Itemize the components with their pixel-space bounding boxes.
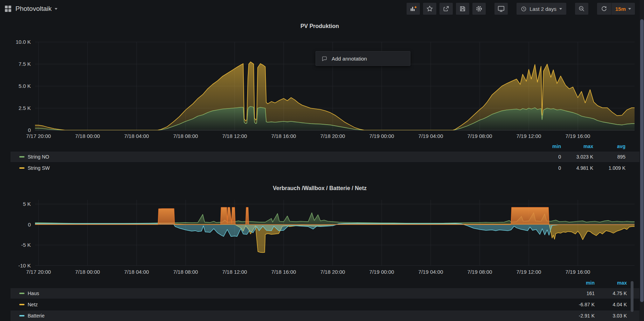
legend-row-batterie[interactable]: Batterie-2.91 K3.03 K <box>11 310 639 321</box>
legend-row-netz[interactable]: Netz-6.87 K4.04 K <box>11 299 639 310</box>
svg-text:-10 K: -10 K <box>18 263 31 268</box>
series-color-swatch[interactable] <box>19 293 25 294</box>
monitor-icon <box>497 5 505 13</box>
share-icon <box>443 5 450 12</box>
share-button[interactable] <box>439 3 453 15</box>
series-label: String NO <box>28 154 49 160</box>
svg-text:7/18 20:00: 7/18 20:00 <box>320 133 345 139</box>
legend-stat-value: 3.023 K <box>561 154 593 160</box>
panel-verbrauch: Verbrauch /Wallbox / Batterie / Netz 7/1… <box>0 177 644 278</box>
gear-icon <box>475 5 483 13</box>
svg-text:7/18 08:00: 7/18 08:00 <box>173 133 198 139</box>
svg-text:7/18 00:00: 7/18 00:00 <box>75 133 100 139</box>
legend-stat-value: 4.75 K <box>595 291 627 296</box>
legend-header: minmax <box>11 278 639 287</box>
star-button[interactable] <box>423 3 436 15</box>
clock-icon <box>521 6 527 12</box>
add-panel-icon <box>409 5 417 13</box>
legend-stat-value: 895 <box>593 154 625 160</box>
legend-row-string-no[interactable]: String NO03.023 K895 <box>11 152 639 162</box>
series-color-swatch[interactable] <box>19 156 25 158</box>
legend-stat-value: -6.87 K <box>562 302 595 307</box>
legend-stat-value: 4.04 K <box>595 302 627 307</box>
legend-column-max[interactable]: max <box>561 144 593 149</box>
legend-row-haus[interactable]: Haus1614.75 K <box>11 288 639 299</box>
svg-text:7/19 00:00: 7/19 00:00 <box>369 133 394 139</box>
series-color-swatch[interactable] <box>19 315 25 316</box>
svg-text:7/19 00:00: 7/19 00:00 <box>369 269 394 275</box>
svg-text:7/17 20:00: 7/17 20:00 <box>26 133 51 139</box>
add-annotation-menu-item[interactable]: Add annotation <box>316 51 410 66</box>
refresh-interval-dropdown[interactable]: 15m <box>611 3 635 15</box>
svg-text:7/18 16:00: 7/18 16:00 <box>271 133 296 139</box>
svg-text:2.5 K: 2.5 K <box>19 105 31 111</box>
svg-text:7/19 08:00: 7/19 08:00 <box>468 133 492 139</box>
legend-stat-value: 0 <box>529 154 561 160</box>
svg-text:7/19 08:00: 7/19 08:00 <box>468 269 492 275</box>
svg-text:5 K: 5 K <box>23 201 31 207</box>
series-label: Netz <box>28 302 38 307</box>
svg-text:7/18 04:00: 7/18 04:00 <box>124 133 149 139</box>
series-label: Haus <box>28 291 39 296</box>
dashboard-title: Photovoltaik <box>15 5 52 13</box>
star-icon <box>426 5 433 12</box>
svg-text:7/19 12:00: 7/19 12:00 <box>517 269 541 275</box>
verbrauch-chart[interactable]: 7/17 20:007/18 00:007/18 04:007/18 08:00… <box>0 177 644 278</box>
refresh-button[interactable] <box>597 3 611 15</box>
svg-text:10.0 K: 10.0 K <box>16 39 31 45</box>
pv-produktion-legend: minmaxavg String NO03.023 K895String SW0… <box>0 142 644 173</box>
svg-text:7/19 16:00: 7/19 16:00 <box>566 269 590 275</box>
svg-text:7/18 16:00: 7/18 16:00 <box>271 269 296 275</box>
chevron-down-icon <box>628 8 631 11</box>
dashboard-page: Photovoltaik <box>0 0 644 321</box>
legend-stat-value: 3.03 K <box>595 313 627 319</box>
svg-text:0: 0 <box>28 222 31 228</box>
add-panel-button[interactable] <box>407 3 420 15</box>
legend-column-avg[interactable]: avg <box>593 144 625 149</box>
svg-text:7/18 00:00: 7/18 00:00 <box>75 269 100 275</box>
pv-produktion-chart[interactable]: 7/17 20:007/18 00:007/18 04:007/18 08:00… <box>0 18 644 142</box>
page-scrollbar-thumb[interactable] <box>640 19 644 302</box>
add-annotation-label: Add annotation <box>332 56 367 62</box>
time-range-picker[interactable]: Last 2 days <box>517 3 566 15</box>
legend-stat-value: 4.981 K <box>561 165 593 171</box>
svg-text:7.5 K: 7.5 K <box>19 61 31 67</box>
panel-pv-produktion: PV Produktion 7/17 20:007/18 00:007/18 0… <box>0 18 644 142</box>
legend-column-min[interactable]: min <box>529 144 561 149</box>
legend-column-max[interactable]: max <box>595 280 627 286</box>
settings-button[interactable] <box>472 3 486 15</box>
top-navbar: Photovoltaik <box>0 0 640 18</box>
svg-text:7/19 12:00: 7/19 12:00 <box>517 133 541 139</box>
legend-stat-value: 0 <box>529 165 561 171</box>
refresh-group: 15m <box>597 3 635 15</box>
svg-text:-5 K: -5 K <box>21 242 31 248</box>
save-button[interactable] <box>456 3 469 15</box>
verbrauch-legend: minmax Haus1614.75 KNetz-6.87 K4.04 KBat… <box>0 278 644 321</box>
svg-text:7/18 12:00: 7/18 12:00 <box>222 269 247 275</box>
svg-text:7/18 08:00: 7/18 08:00 <box>173 269 198 275</box>
chevron-down-icon <box>559 8 562 11</box>
comment-bubble-icon <box>321 56 327 62</box>
series-label: String SW <box>28 165 50 171</box>
series-label: Batterie <box>28 313 44 319</box>
legend-stat-value: 1.009 K <box>593 165 625 171</box>
dashboards-grid-icon[interactable] <box>5 6 11 12</box>
series-color-swatch[interactable] <box>19 304 25 305</box>
legend-row-string-sw[interactable]: String SW04.981 K1.009 K <box>11 163 639 173</box>
chevron-down-icon <box>55 8 57 11</box>
save-icon <box>459 5 466 12</box>
svg-text:7/19 04:00: 7/19 04:00 <box>418 133 443 139</box>
zoom-out-button[interactable] <box>575 3 588 15</box>
svg-text:0: 0 <box>28 127 31 133</box>
legend-header: minmaxavg <box>11 142 639 151</box>
kiosk-mode-button[interactable] <box>494 3 508 15</box>
page-scrollbar-track[interactable] <box>640 0 644 321</box>
legend-scrollbar-thumb[interactable] <box>631 281 633 312</box>
svg-text:7/17 20:00: 7/17 20:00 <box>26 269 51 275</box>
svg-text:7/18 20:00: 7/18 20:00 <box>320 269 345 275</box>
series-color-swatch[interactable] <box>19 167 25 169</box>
svg-text:7/19 04:00: 7/19 04:00 <box>418 269 443 275</box>
refresh-icon <box>601 6 607 12</box>
legend-column-min[interactable]: min <box>562 280 595 286</box>
dashboard-title-dropdown[interactable]: Photovoltaik <box>15 5 57 13</box>
